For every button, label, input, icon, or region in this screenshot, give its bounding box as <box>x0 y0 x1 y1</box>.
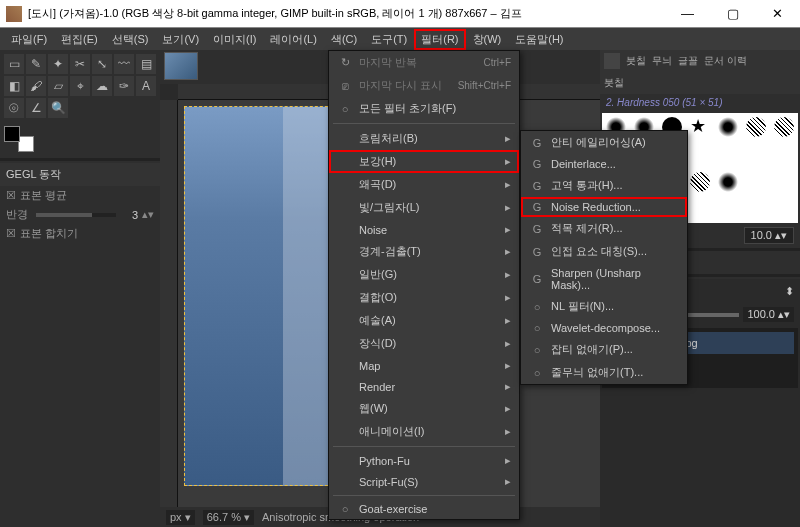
filters-map[interactable]: Map▸ <box>329 355 519 376</box>
filters-decor[interactable]: 장식(D)▸ <box>329 332 519 355</box>
tool-bucket[interactable]: ▤ <box>136 54 156 74</box>
menu-file[interactable]: 파일(F) <box>4 29 54 50</box>
maximize-button[interactable]: ▢ <box>710 0 755 27</box>
filters-enhance[interactable]: 보강(H)▸ <box>329 150 519 173</box>
bg-color-swatch[interactable] <box>18 136 34 152</box>
menu-windows[interactable]: 창(W) <box>466 29 509 50</box>
filters-web[interactable]: 웹(W)▸ <box>329 397 519 420</box>
fg-bg-color[interactable] <box>4 126 34 152</box>
unit-select[interactable]: px ▾ <box>166 510 195 525</box>
filters-artistic[interactable]: 예술(A)▸ <box>329 309 519 332</box>
layer-link-icon[interactable]: ⬍ <box>785 285 794 298</box>
enhance-symmetric[interactable]: G인접 요소 대칭(S)... <box>521 240 687 263</box>
tool-eraser[interactable]: ▱ <box>48 76 68 96</box>
tab-brushes-icon[interactable] <box>604 53 620 69</box>
tool-fuzzy-select[interactable]: ✦ <box>48 54 68 74</box>
brush-name: 2. Hardness 050 (51 × 51) <box>600 94 800 111</box>
fg-color-swatch[interactable] <box>4 126 20 142</box>
menu-filters[interactable]: 필터(R) <box>414 29 465 50</box>
brush-soft3[interactable] <box>718 117 738 137</box>
enhance-destripe[interactable]: ○줄무늬 없애기(T)... <box>521 361 687 384</box>
enhance-noise-reduction[interactable]: GNoise Reduction... <box>521 197 687 217</box>
filters-light[interactable]: 빛/그림자(L)▸ <box>329 196 519 219</box>
app-icon <box>6 6 22 22</box>
brushes-label: 붓칠 <box>604 76 624 90</box>
filters-dropdown: ↻마지막 반복Ctrl+F ⎚마지막 다시 표시Shift+Ctrl+F ○모든… <box>328 50 520 520</box>
right-tabs: 붓칠 무늬 글꼴 문서 이력 <box>600 50 800 72</box>
menu-select[interactable]: 선택(S) <box>105 29 156 50</box>
radius-stepper[interactable]: ▴▾ <box>142 208 154 221</box>
tool-clone[interactable]: ⌖ <box>70 76 90 96</box>
filters-goat[interactable]: ○Goat-exercise <box>329 499 519 519</box>
opacity-value[interactable]: 100.0 ▴▾ <box>743 307 794 322</box>
menu-help[interactable]: 도움말(H) <box>508 29 570 50</box>
brush-star[interactable]: ★ <box>690 117 710 137</box>
tool-zoom[interactable]: 🔍 <box>48 98 68 118</box>
tool-measure[interactable]: ∠ <box>26 98 46 118</box>
tool-transform[interactable]: ⤡ <box>92 54 112 74</box>
tab-fonts[interactable]: 글꼴 <box>678 54 698 68</box>
radius-label: 반경 <box>6 207 32 222</box>
image-tab-thumb[interactable] <box>164 52 198 80</box>
enhance-nlfilter[interactable]: ○NL 필터(N)... <box>521 295 687 318</box>
menu-edit[interactable]: 편집(E) <box>54 29 105 50</box>
minimize-button[interactable]: — <box>665 0 710 27</box>
tab-patterns[interactable]: 무늬 <box>652 54 672 68</box>
enhance-deinterlace[interactable]: GDeinterlace... <box>521 154 687 174</box>
filters-scriptfu[interactable]: Script-Fu(S)▸ <box>329 471 519 492</box>
enhance-despeckle[interactable]: ○잡티 없애기(P)... <box>521 338 687 361</box>
close-button[interactable]: ✕ <box>755 0 800 27</box>
ruler-vertical[interactable] <box>160 100 178 507</box>
filters-reshow: ⎚마지막 다시 표시Shift+Ctrl+F <box>329 74 519 97</box>
sample-average-check[interactable]: ☒표본 평균 <box>0 186 160 205</box>
tool-options-header: GEGL 동작 <box>0 163 160 186</box>
brush-soft5[interactable] <box>718 172 738 192</box>
tool-smudge[interactable]: ☁ <box>92 76 112 96</box>
filters-generic[interactable]: 일반(G)▸ <box>329 263 519 286</box>
enhance-submenu: G안티 에일리어싱(A) GDeinterlace... G고역 통과(H)..… <box>520 130 688 385</box>
tool-path[interactable]: ✑ <box>114 76 134 96</box>
sample-merged-check[interactable]: ☒표본 합치기 <box>0 224 160 243</box>
enhance-sharpen[interactable]: GSharpen (Unsharp Mask)... <box>521 263 687 295</box>
filters-distort[interactable]: 왜곡(D)▸ <box>329 173 519 196</box>
tool-warp[interactable]: 〰 <box>114 54 134 74</box>
tool-brush[interactable]: 🖌 <box>26 76 46 96</box>
filters-combine[interactable]: 결합(O)▸ <box>329 286 519 309</box>
filters-reset[interactable]: ○모든 필터 초기화(F) <box>329 97 519 120</box>
tool-color-picker[interactable]: ⦾ <box>4 98 24 118</box>
tool-free-select[interactable]: ✎ <box>26 54 46 74</box>
tab-brushes[interactable]: 붓칠 <box>626 54 646 68</box>
enhance-highpass[interactable]: G고역 통과(H)... <box>521 174 687 197</box>
tab-history[interactable]: 문서 이력 <box>704 54 747 68</box>
toolbox: ▭ ✎ ✦ ✂ ⤡ 〰 ▤ ◧ 🖌 ▱ ⌖ ☁ ✑ A ⦾ ∠ 🔍 <box>0 50 160 122</box>
filters-animation[interactable]: 애니메이션(I)▸ <box>329 420 519 443</box>
left-panel: ▭ ✎ ✦ ✂ ⤡ 〰 ▤ ◧ 🖌 ▱ ⌖ ☁ ✑ A ⦾ ∠ 🔍 GEGL 동… <box>0 50 160 527</box>
tool-gradient[interactable]: ◧ <box>4 76 24 96</box>
menu-color[interactable]: 색(C) <box>324 29 364 50</box>
menu-image[interactable]: 이미지(I) <box>206 29 263 50</box>
filters-blur[interactable]: 흐림처리(B)▸ <box>329 127 519 150</box>
brush-spacing[interactable]: 10.0 ▴▾ <box>744 227 794 244</box>
filters-repeat: ↻마지막 반복Ctrl+F <box>329 51 519 74</box>
menubar: 파일(F) 편집(E) 선택(S) 보기(V) 이미지(I) 레이어(L) 색(… <box>0 28 800 50</box>
radius-value: 3 <box>120 209 138 221</box>
filters-noise[interactable]: Noise▸ <box>329 219 519 240</box>
filters-render[interactable]: Render▸ <box>329 376 519 397</box>
menu-view[interactable]: 보기(V) <box>155 29 206 50</box>
enhance-wavelet[interactable]: ○Wavelet-decompose... <box>521 318 687 338</box>
tool-text[interactable]: A <box>136 76 156 96</box>
menu-layer[interactable]: 레이어(L) <box>263 29 323 50</box>
radius-slider[interactable] <box>36 213 116 217</box>
brush-sketch[interactable] <box>746 117 766 137</box>
filters-pythonfu[interactable]: Python-Fu▸ <box>329 450 519 471</box>
zoom-select[interactable]: 66.7 % ▾ <box>203 510 254 525</box>
enhance-redeye[interactable]: G적목 제거(R)... <box>521 217 687 240</box>
titlebar: [도시] (가져옴)-1.0 (RGB 색상 8-bit gamma integ… <box>0 0 800 28</box>
filters-edge[interactable]: 경계-검출(T)▸ <box>329 240 519 263</box>
enhance-antialias[interactable]: G안티 에일리어싱(A) <box>521 131 687 154</box>
brush-sketch2[interactable] <box>774 117 794 137</box>
menu-tools[interactable]: 도구(T) <box>364 29 414 50</box>
tool-rect-select[interactable]: ▭ <box>4 54 24 74</box>
tool-crop[interactable]: ✂ <box>70 54 90 74</box>
brush-sketch4[interactable] <box>690 172 710 192</box>
